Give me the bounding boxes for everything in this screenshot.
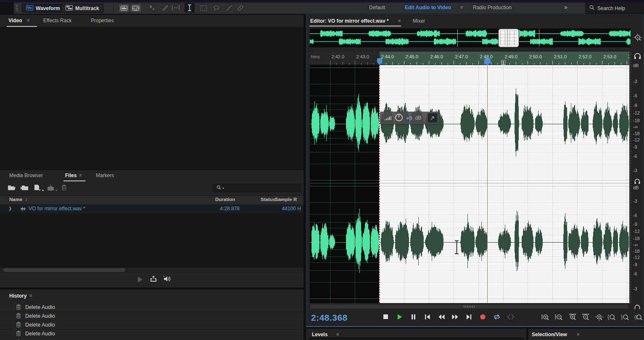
- tab-markers[interactable]: Markers: [96, 173, 114, 178]
- timeline-marker-icon[interactable]: [501, 60, 506, 65]
- waveform-view-button[interactable]: Waveform: [22, 4, 64, 13]
- import-files-button[interactable]: [20, 185, 29, 192]
- lasso-selection-tool[interactable]: [211, 3, 222, 13]
- spot-healing-brush-tool[interactable]: [235, 3, 245, 13]
- history-entry[interactable]: Delete Audio: [0, 312, 304, 321]
- file-row[interactable]: ❯ VO for mirror effect.wav * 4:28.878 44…: [0, 204, 304, 214]
- files-panel-menu-icon[interactable]: ≡: [79, 173, 82, 178]
- help-search-placeholder: Search Help: [597, 5, 625, 11]
- overview-navigator[interactable]: [310, 29, 631, 47]
- zoom-in-at-out-point-button[interactable]: }: [620, 313, 631, 322]
- zoom-in-at-in-point-button[interactable]: {: [607, 313, 618, 322]
- search-icon: [589, 5, 594, 11]
- razor-tool[interactable]: [160, 3, 170, 13]
- file-row-expander[interactable]: ❯: [8, 206, 12, 211]
- toolbar-grip[interactable]: [16, 5, 18, 11]
- db-scale-label: -∞: [633, 242, 644, 247]
- video-tab-underline: [7, 26, 37, 27]
- tab-editor[interactable]: Editor: VO for mirror effect.wav *: [310, 18, 389, 24]
- slip-tool[interactable]: |↔|: [172, 4, 180, 10]
- tab-media-browser[interactable]: Media Browser: [9, 173, 43, 178]
- db-scale-label: -6: [633, 93, 644, 98]
- editor-tab-underline: [309, 26, 401, 26]
- tab-properties[interactable]: Properties: [91, 18, 114, 24]
- marquee-glyph: [201, 5, 207, 11]
- open-file-button[interactable]: [8, 185, 16, 192]
- bottom-headphones-icon-partial[interactable]: [634, 305, 641, 311]
- workspace-overflow-chevron[interactable]: »: [564, 4, 567, 10]
- fast-forward-button[interactable]: [451, 313, 459, 321]
- zoom-reset-button[interactable]: [594, 313, 604, 322]
- pause-button[interactable]: [409, 313, 418, 321]
- db-scale-label: -12: [633, 255, 644, 260]
- history-panel-menu-icon[interactable]: ≡: [29, 293, 32, 298]
- spectral-display-toggle[interactable]: [131, 4, 141, 12]
- zoom-out-time-button[interactable]: [581, 313, 591, 322]
- tab-effects-rack[interactable]: Effects Rack: [43, 18, 71, 24]
- paintbrush-selection-tool[interactable]: [224, 3, 234, 13]
- zoom-in-time-button[interactable]: [567, 313, 578, 322]
- skip-to-next-button[interactable]: [465, 313, 473, 321]
- tab-files[interactable]: Files: [65, 173, 77, 178]
- pan-zoom-icon[interactable]: [633, 33, 643, 44]
- hud-flyout-button[interactable]: [428, 113, 437, 123]
- zoom-to-selection-button[interactable]: {{: [633, 313, 644, 322]
- multitrack-view-button[interactable]: Multitrack: [61, 4, 103, 13]
- editor-hscrollbar-track[interactable]: [310, 304, 629, 309]
- gain-hud[interactable]: +0 dB: [380, 112, 439, 124]
- insert-into-multitrack-button[interactable]: ▾: [47, 185, 55, 192]
- zoom-out-amplitude-button[interactable]: [554, 313, 565, 322]
- new-content-button[interactable]: ▾: [34, 184, 41, 192]
- history-entry[interactable]: Delete Audio: [0, 330, 304, 338]
- channel-right-headphones-icon[interactable]: [634, 179, 641, 186]
- workspace-tab-edit-audio-to-video[interactable]: Edit Audio to Video: [405, 5, 451, 10]
- workspace-tab-radio-production[interactable]: Radio Production: [473, 5, 512, 10]
- editor-panel-menu-icon[interactable]: ≡: [398, 18, 401, 23]
- loop-playback-button[interactable]: [493, 313, 501, 321]
- waveform-display[interactable]: [310, 65, 629, 303]
- timeline-ruler[interactable]: [310, 52, 629, 65]
- transport-time-display[interactable]: 2:48.368: [311, 313, 348, 323]
- files-scrollbar-thumb[interactable]: [3, 268, 125, 272]
- marquee-selection-tool[interactable]: [198, 3, 209, 13]
- history-entry[interactable]: Delete Audio: [0, 321, 304, 330]
- history-entry[interactable]: Delete Audio: [0, 338, 304, 340]
- selection-view-menu-icon[interactable]: ≡: [577, 332, 579, 337]
- levels-panel-menu-icon[interactable]: ≡: [336, 332, 339, 337]
- column-header-sample-rate[interactable]: Sample R: [275, 197, 297, 202]
- waveform-display-toggle[interactable]: [119, 4, 129, 12]
- files-loop-playback-button[interactable]: [150, 276, 157, 284]
- rewind-button[interactable]: [437, 313, 446, 321]
- waveform-button-icon: [26, 5, 33, 12]
- files-play-button[interactable]: [137, 277, 143, 284]
- trash-icon: [16, 304, 21, 311]
- workspace-tab-default[interactable]: Default: [369, 5, 385, 10]
- play-button[interactable]: [396, 313, 404, 321]
- files-scrollbar-track[interactable]: [0, 267, 304, 273]
- zoom-in-amplitude-button[interactable]: [541, 313, 551, 322]
- skip-selection-button[interactable]: [507, 313, 515, 321]
- move-tool[interactable]: [147, 3, 157, 13]
- skip-to-previous-button[interactable]: [423, 313, 432, 321]
- hud-knob-icon[interactable]: [395, 113, 403, 123]
- tab-mixer[interactable]: Mixer: [413, 18, 425, 24]
- overview-viewport-box[interactable]: [499, 29, 519, 47]
- history-entry[interactable]: Delete Audio: [0, 303, 304, 312]
- help-search-box[interactable]: Search Help: [585, 3, 644, 14]
- hud-gain-value[interactable]: +0: [406, 115, 412, 121]
- workspace-menu-icon[interactable]: ≡: [460, 5, 463, 10]
- record-button[interactable]: [479, 313, 487, 321]
- files-autoplay-speaker-button[interactable]: [162, 275, 172, 284]
- tab-video[interactable]: Video: [8, 18, 22, 24]
- column-header-status[interactable]: Status: [261, 197, 275, 202]
- selection-view-title: Selection/View: [532, 332, 567, 337]
- selection-edge-line[interactable]: [379, 65, 380, 303]
- column-header-duration[interactable]: Duration: [215, 197, 235, 202]
- channel-left-headphones-icon[interactable]: [633, 53, 641, 61]
- files-delete-button[interactable]: [61, 184, 67, 192]
- time-selection-tool[interactable]: [185, 3, 195, 13]
- files-search-box[interactable]: ▾: [212, 183, 301, 193]
- column-header-name[interactable]: Name: [9, 197, 22, 202]
- stop-button[interactable]: [382, 313, 390, 321]
- video-panel-menu-icon[interactable]: ≡: [27, 18, 29, 23]
